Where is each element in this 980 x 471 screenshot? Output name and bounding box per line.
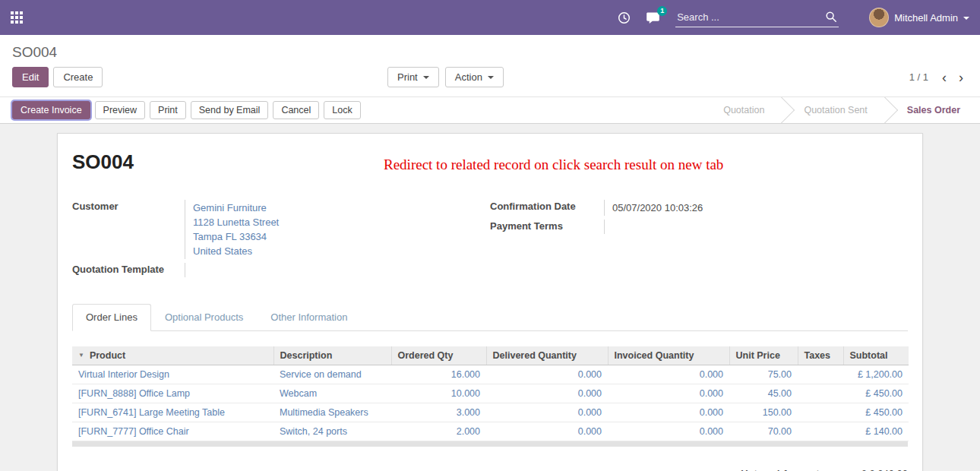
cell-product[interactable]: Virtual Interior Design [72, 365, 273, 384]
cell-ordered-qty[interactable]: 3.000 [391, 403, 486, 422]
cell-description[interactable]: Service on demand [273, 365, 391, 384]
tab-optional-products[interactable]: Optional Products [151, 304, 257, 330]
table-footer-strip [72, 441, 908, 447]
annotation-text: Redirect to related record on click sear… [384, 156, 723, 173]
customer-link[interactable]: Gemini Furniture [193, 201, 490, 215]
activities-clock-icon[interactable] [618, 11, 631, 24]
cell-product[interactable]: [FURN_8888] Office Lamp [72, 384, 273, 403]
print-dropdown[interactable]: Print [387, 67, 439, 87]
cell-invoiced-qty[interactable]: 0.000 [608, 365, 729, 384]
cell-ordered-qty[interactable]: 16.000 [391, 365, 486, 384]
col-invoiced-qty[interactable]: Invoiced Quantity [608, 346, 729, 365]
table-row[interactable]: Virtual Interior Design Service on deman… [72, 365, 909, 384]
untaxed-amount-value: £ 2,240.00 [823, 468, 908, 471]
global-search [675, 8, 839, 27]
confirmation-date-value: 05/07/2020 10:03:26 [612, 202, 703, 213]
action-dropdown-label: Action [455, 71, 482, 83]
table-row[interactable]: [FURN_7777] Office Chair Switch, 24 port… [72, 422, 909, 441]
cell-ordered-qty[interactable]: 2.000 [391, 422, 486, 441]
cell-invoiced-qty[interactable]: 0.000 [608, 422, 729, 441]
cancel-button[interactable]: Cancel [273, 101, 319, 119]
quotation-template-label: Quotation Template [72, 263, 185, 277]
cell-subtotal[interactable]: £ 450.00 [843, 403, 909, 422]
cell-invoiced-qty[interactable]: 0.000 [608, 403, 729, 422]
col-subtotal[interactable]: Subtotal [843, 346, 909, 365]
avatar [869, 8, 889, 27]
cell-product[interactable]: [FURN_7777] Office Chair [72, 422, 273, 441]
stage-quotation-sent[interactable]: Quotation Sent [784, 97, 887, 123]
messages-icon[interactable]: 1 [646, 11, 660, 24]
cell-delivered-qty[interactable]: 0.000 [486, 422, 608, 441]
print-button[interactable]: Print [150, 101, 186, 119]
customer-label: Customer [72, 200, 185, 259]
apps-menu-icon[interactable] [11, 11, 23, 24]
table-header-row: ▼Product Description Ordered Qty Deliver… [72, 346, 909, 365]
lock-button[interactable]: Lock [324, 101, 360, 119]
top-navbar: 1 Mitchell Admin [0, 0, 980, 35]
stage-quotation[interactable]: Quotation [703, 97, 784, 123]
col-description[interactable]: Description [273, 346, 391, 365]
action-dropdown[interactable]: Action [445, 67, 504, 87]
untaxed-amount-label: Untaxed Amount: [741, 468, 823, 471]
col-taxes[interactable]: Taxes [798, 346, 843, 365]
edit-button[interactable]: Edit [12, 67, 49, 87]
print-dropdown-label: Print [397, 71, 418, 83]
table-row[interactable]: [FURN_8888] Office Lamp Webcam 10.000 0.… [72, 384, 909, 403]
notebook-tabs: Order Lines Optional Products Other Info… [72, 304, 908, 331]
col-ordered-qty[interactable]: Ordered Qty [391, 346, 486, 365]
cell-unit-price[interactable]: 70.00 [729, 422, 798, 441]
cell-unit-price[interactable]: 45.00 [729, 384, 798, 403]
messages-badge: 1 [657, 6, 667, 16]
customer-country: United States [193, 244, 490, 258]
preview-button[interactable]: Preview [95, 101, 145, 119]
stage-sales-order[interactable]: Sales Order [887, 97, 980, 123]
quotation-template-value [185, 263, 490, 277]
cell-taxes[interactable] [798, 403, 843, 422]
col-product-label: Product [90, 350, 125, 361]
tab-order-lines[interactable]: Order Lines [72, 304, 151, 331]
cell-subtotal[interactable]: £ 450.00 [843, 384, 909, 403]
cell-taxes[interactable] [798, 365, 843, 384]
cell-ordered-qty[interactable]: 10.000 [391, 384, 486, 403]
search-input[interactable] [675, 8, 839, 27]
col-delivered-qty[interactable]: Delivered Quantity [486, 346, 608, 365]
pager-next-button[interactable]: › [954, 71, 968, 84]
cell-description[interactable]: Switch, 24 ports [273, 422, 391, 441]
cell-product[interactable]: [FURN_6741] Large Meeting Table [72, 403, 273, 422]
tab-other-information[interactable]: Other Information [257, 304, 361, 330]
pager-value: 1 / 1 [909, 71, 928, 83]
cell-subtotal[interactable]: £ 140.00 [843, 422, 909, 441]
user-menu[interactable]: Mitchell Admin [858, 8, 969, 27]
send-by-email-button[interactable]: Send by Email [191, 101, 269, 119]
cell-taxes[interactable] [798, 384, 843, 403]
cell-unit-price[interactable]: 150.00 [729, 403, 798, 422]
pager: 1 / 1 ‹ › [909, 71, 968, 84]
control-panel: Edit Create Print Action 1 / 1 ‹ › [0, 64, 980, 96]
col-unit-price[interactable]: Unit Price [729, 346, 798, 365]
payment-terms-label: Payment Terms [490, 220, 604, 234]
cell-subtotal[interactable]: £ 1,200.00 [843, 365, 909, 384]
cell-description[interactable]: Multimedia Speakers [273, 403, 391, 422]
col-product[interactable]: ▼Product [72, 346, 273, 365]
chevron-down-icon [488, 76, 494, 79]
confirmation-date-label: Confirmation Date [490, 200, 604, 216]
pager-previous-button[interactable]: ‹ [937, 71, 951, 84]
statusbar: Create Invoice Preview Print Send by Ema… [0, 96, 980, 124]
cell-delivered-qty[interactable]: 0.000 [486, 403, 608, 422]
cell-taxes[interactable] [798, 422, 843, 441]
cell-description[interactable]: Webcam [273, 384, 391, 403]
cell-unit-price[interactable]: 75.00 [729, 365, 798, 384]
search-icon[interactable] [825, 11, 837, 26]
cell-invoiced-qty[interactable]: 0.000 [608, 384, 729, 403]
form-sheet: SO004 Redirect to related record on clic… [57, 133, 923, 471]
customer-street: 1128 Lunetta Street [193, 215, 490, 229]
breadcrumb-row: SO004 [0, 35, 980, 64]
sort-caret-icon[interactable]: ▼ [78, 352, 84, 359]
chevron-down-icon [423, 76, 429, 79]
totals-row: Untaxed Amount: £ 2,240.00 [72, 468, 908, 471]
table-row[interactable]: [FURN_6741] Large Meeting Table Multimed… [72, 403, 909, 422]
create-invoice-button[interactable]: Create Invoice [12, 101, 90, 119]
cell-delivered-qty[interactable]: 0.000 [486, 365, 608, 384]
cell-delivered-qty[interactable]: 0.000 [486, 384, 608, 403]
create-button[interactable]: Create [53, 67, 103, 87]
